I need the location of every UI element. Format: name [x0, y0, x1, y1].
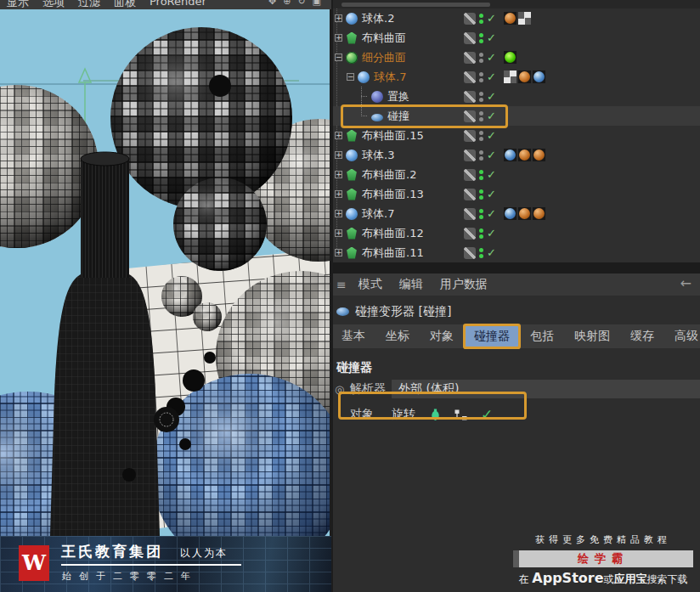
orange-material-tag[interactable]: [533, 207, 545, 220]
visibility-dots[interactable]: [479, 53, 483, 63]
green-material-tag[interactable]: [504, 51, 517, 64]
viewport-menu-item[interactable]: 选项: [42, 0, 65, 9]
collapse-icon[interactable]: −: [347, 73, 354, 81]
expand-icon[interactable]: +: [335, 171, 342, 178]
enabled-check-icon[interactable]: ✓: [487, 168, 496, 181]
back-arrow-icon[interactable]: ←: [680, 275, 692, 291]
visibility-dots[interactable]: [479, 33, 483, 43]
visibility-dots[interactable]: [479, 92, 483, 102]
viewport-3d[interactable]: 显示选项过滤面板ProRender ✥⊕↻▣: [0, 0, 331, 592]
enabled-check-icon[interactable]: ✓: [487, 227, 496, 240]
collapse-icon[interactable]: −: [335, 54, 342, 61]
editor-toggle-icon[interactable]: [464, 32, 476, 44]
enabled-check-icon[interactable]: ✓: [487, 90, 496, 103]
hamburger-icon[interactable]: ≡: [336, 278, 347, 291]
viewport-toolbar-icon[interactable]: ▣: [313, 0, 321, 7]
viewport-canvas[interactable]: [0, 9, 331, 592]
earth-material-tag[interactable]: [504, 207, 517, 220]
tab-高级[interactable]: 高级: [666, 326, 700, 347]
expand-icon[interactable]: +: [335, 34, 342, 42]
expand-icon[interactable]: +: [335, 229, 342, 237]
editor-toggle-icon[interactable]: [464, 247, 476, 259]
visibility-dots[interactable]: [479, 131, 483, 141]
enabled-check-icon[interactable]: ✓: [487, 188, 496, 200]
orange-material-tag[interactable]: [504, 12, 517, 25]
object-link-value[interactable]: 旋转: [392, 407, 415, 422]
expand-icon[interactable]: +: [335, 249, 342, 257]
attribute-menu-item[interactable]: 编辑: [399, 277, 423, 292]
visibility-dots[interactable]: [479, 150, 483, 161]
orange-material-tag[interactable]: [518, 70, 531, 83]
visibility-dots[interactable]: [479, 248, 483, 258]
object-row[interactable]: −球体.7✓: [331, 67, 700, 87]
tab-坐标[interactable]: 坐标: [377, 326, 418, 347]
enabled-check-icon[interactable]: ✓: [487, 51, 496, 64]
object-row[interactable]: +布料曲面.12✓: [331, 223, 700, 243]
editor-toggle-icon[interactable]: [464, 13, 476, 25]
viewport-menu-item[interactable]: 显示: [7, 0, 29, 9]
object-row[interactable]: +布料曲面.15✓: [331, 126, 700, 145]
expand-icon[interactable]: +: [335, 132, 342, 139]
hierarchy-icon[interactable]: [454, 409, 467, 420]
object-row[interactable]: +布料曲面.11✓: [331, 243, 700, 262]
visibility-dots[interactable]: [479, 228, 483, 239]
object-row[interactable]: −细分曲面✓: [331, 48, 700, 67]
enabled-check-icon[interactable]: ✓: [487, 246, 496, 259]
checker-material-tag[interactable]: [504, 70, 517, 83]
enabled-check-icon[interactable]: ✓: [487, 31, 496, 44]
visibility-dots[interactable]: [479, 189, 483, 200]
small-black-sphere[interactable]: [209, 75, 231, 97]
viewport-toolbar-icon[interactable]: ↻: [297, 0, 305, 7]
viewport-menu-item[interactable]: 面板: [114, 0, 136, 9]
horizontal-scrollbar[interactable]: [342, 3, 490, 7]
tab-碰撞器[interactable]: 碰撞器: [466, 326, 518, 347]
editor-toggle-icon[interactable]: [464, 91, 476, 103]
object-row[interactable]: +布料曲面.13✓: [331, 184, 700, 204]
tab-缓存[interactable]: 缓存: [622, 326, 663, 347]
object-row[interactable]: +球体.3✓: [331, 145, 700, 165]
expand-icon[interactable]: +: [335, 151, 342, 159]
editor-toggle-icon[interactable]: [464, 169, 476, 181]
enabled-check-icon[interactable]: ✓: [487, 12, 496, 25]
panel-splitter[interactable]: [330, 0, 333, 592]
editor-toggle-icon[interactable]: [464, 110, 476, 122]
visibility-dots[interactable]: [479, 170, 483, 180]
sphere-small-gray-2[interactable]: [193, 302, 222, 331]
editor-toggle-icon[interactable]: [464, 71, 476, 83]
enabled-check-icon[interactable]: ✓: [487, 149, 496, 161]
enabled-check-icon[interactable]: ✓: [487, 110, 496, 122]
attribute-menu-item[interactable]: 用户数据: [440, 277, 488, 292]
tab-对象[interactable]: 对象: [421, 326, 462, 347]
orange-material-tag[interactable]: [518, 207, 531, 220]
object-row[interactable]: +球体.2✓: [331, 8, 700, 28]
tab-包括[interactable]: 包括: [522, 326, 562, 347]
earth-material-tag[interactable]: [504, 149, 517, 161]
visibility-dots[interactable]: [479, 111, 483, 121]
radio-icon[interactable]: ◎: [335, 383, 344, 396]
enabled-check-icon[interactable]: ✓: [487, 207, 496, 220]
visibility-dots[interactable]: [479, 14, 483, 24]
object-row[interactable]: +球体.7✓: [331, 204, 700, 223]
apply-check-icon[interactable]: ✓: [481, 406, 493, 423]
visibility-dots[interactable]: [479, 209, 483, 219]
orange-material-tag[interactable]: [533, 149, 545, 161]
earth-material-tag[interactable]: [533, 70, 545, 83]
object-row[interactable]: 置换✓: [331, 87, 700, 106]
object-row[interactable]: 碰撞✓: [331, 106, 700, 126]
expand-icon[interactable]: +: [335, 14, 342, 22]
attribute-menu-item[interactable]: 模式: [358, 277, 382, 292]
viewport-menu-item[interactable]: ProRender: [150, 0, 206, 9]
tab-映射图[interactable]: 映射图: [566, 326, 618, 347]
editor-toggle-icon[interactable]: [464, 208, 476, 220]
viewport-menu-item[interactable]: 过滤: [78, 0, 100, 9]
orange-material-tag[interactable]: [518, 149, 531, 161]
enabled-check-icon[interactable]: ✓: [487, 70, 496, 83]
enabled-check-icon[interactable]: ✓: [487, 129, 496, 142]
visibility-dots[interactable]: [479, 72, 483, 82]
editor-toggle-icon[interactable]: [464, 52, 476, 64]
viewport-toolbar-icon[interactable]: ⊕: [283, 0, 291, 7]
editor-toggle-icon[interactable]: [464, 189, 476, 200]
object-row[interactable]: +布料曲面.2✓: [331, 165, 700, 184]
sphere-mid[interactable]: [173, 178, 267, 271]
editor-toggle-icon[interactable]: [464, 228, 476, 240]
